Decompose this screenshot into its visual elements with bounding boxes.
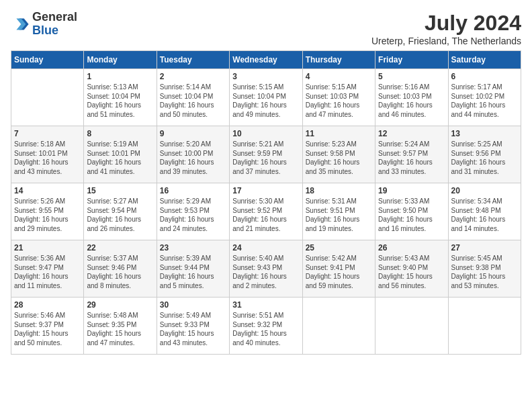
calendar-cell: 28Sunrise: 5:46 AM Sunset: 9:37 PM Dayli… (11, 298, 84, 355)
calendar-cell: 5Sunrise: 5:16 AM Sunset: 10:03 PM Dayli… (375, 69, 448, 126)
calendar-cell: 16Sunrise: 5:29 AM Sunset: 9:53 PM Dayli… (157, 183, 229, 240)
calendar-cell: 19Sunrise: 5:33 AM Sunset: 9:50 PM Dayli… (375, 183, 448, 240)
day-number: 12 (378, 129, 445, 138)
cell-content: Sunrise: 5:23 AM Sunset: 9:58 PM Dayligh… (306, 140, 372, 176)
calendar-header: SundayMondayTuesdayWednesdayThursdayFrid… (11, 51, 521, 69)
calendar-cell (448, 298, 521, 355)
calendar-table: SundayMondayTuesdayWednesdayThursdayFrid… (11, 50, 521, 355)
calendar-cell: 15Sunrise: 5:27 AM Sunset: 9:54 PM Dayli… (84, 183, 157, 240)
calendar-cell: 10Sunrise: 5:21 AM Sunset: 9:59 PM Dayli… (230, 126, 302, 183)
day-number: 4 (306, 72, 372, 81)
header-cell-friday: Friday (375, 51, 448, 69)
calendar-cell: 7Sunrise: 5:18 AM Sunset: 10:01 PM Dayli… (11, 126, 84, 183)
day-number: 29 (87, 300, 153, 310)
calendar-week-2: 7Sunrise: 5:18 AM Sunset: 10:01 PM Dayli… (11, 126, 521, 183)
header-row: SundayMondayTuesdayWednesdayThursdayFrid… (11, 51, 521, 69)
cell-content: Sunrise: 5:13 AM Sunset: 10:04 PM Daylig… (87, 83, 153, 119)
cell-content: Sunrise: 5:26 AM Sunset: 9:55 PM Dayligh… (14, 197, 81, 233)
calendar-cell: 27Sunrise: 5:45 AM Sunset: 9:38 PM Dayli… (448, 240, 521, 298)
day-number: 21 (14, 243, 81, 253)
calendar-cell: 26Sunrise: 5:43 AM Sunset: 9:40 PM Dayli… (375, 240, 448, 298)
day-number: 9 (160, 129, 226, 138)
header-cell-wednesday: Wednesday (230, 51, 302, 69)
cell-content: Sunrise: 5:39 AM Sunset: 9:44 PM Dayligh… (160, 254, 226, 290)
header-cell-sunday: Sunday (11, 51, 84, 69)
cell-content: Sunrise: 5:16 AM Sunset: 10:03 PM Daylig… (378, 83, 445, 119)
cell-content: Sunrise: 5:15 AM Sunset: 10:04 PM Daylig… (232, 83, 299, 119)
cell-content: Sunrise: 5:33 AM Sunset: 9:50 PM Dayligh… (378, 197, 445, 233)
calendar-cell: 31Sunrise: 5:51 AM Sunset: 9:32 PM Dayli… (230, 298, 302, 355)
day-number: 5 (378, 72, 445, 81)
day-number: 30 (160, 300, 226, 310)
day-number: 16 (160, 186, 226, 195)
day-number: 3 (232, 72, 299, 81)
day-number: 7 (14, 129, 81, 138)
logo-icon (11, 15, 30, 34)
logo: General Blue (11, 11, 77, 38)
calendar-cell: 18Sunrise: 5:31 AM Sunset: 9:51 PM Dayli… (302, 183, 375, 240)
day-number: 1 (87, 72, 153, 81)
cell-content: Sunrise: 5:18 AM Sunset: 10:01 PM Daylig… (14, 140, 81, 176)
calendar-cell: 3Sunrise: 5:15 AM Sunset: 10:04 PM Dayli… (230, 69, 302, 126)
calendar-cell: 22Sunrise: 5:37 AM Sunset: 9:46 PM Dayli… (84, 240, 157, 298)
header-cell-tuesday: Tuesday (157, 51, 229, 69)
cell-content: Sunrise: 5:46 AM Sunset: 9:37 PM Dayligh… (14, 311, 81, 347)
calendar-cell: 23Sunrise: 5:39 AM Sunset: 9:44 PM Dayli… (157, 240, 229, 298)
subtitle: Ureterp, Friesland, The Netherlands (371, 36, 521, 46)
day-number: 2 (160, 72, 226, 81)
calendar-cell: 13Sunrise: 5:25 AM Sunset: 9:56 PM Dayli… (448, 126, 521, 183)
cell-content: Sunrise: 5:17 AM Sunset: 10:02 PM Daylig… (451, 83, 518, 119)
cell-content: Sunrise: 5:49 AM Sunset: 9:33 PM Dayligh… (160, 311, 226, 347)
calendar-cell: 1Sunrise: 5:13 AM Sunset: 10:04 PM Dayli… (84, 69, 157, 126)
cell-content: Sunrise: 5:42 AM Sunset: 9:41 PM Dayligh… (306, 254, 372, 290)
day-number: 10 (232, 129, 299, 138)
day-number: 15 (87, 186, 153, 195)
day-number: 24 (232, 243, 299, 253)
cell-content: Sunrise: 5:43 AM Sunset: 9:40 PM Dayligh… (378, 254, 445, 290)
logo-blue-label: Blue (32, 24, 77, 38)
calendar-cell: 4Sunrise: 5:15 AM Sunset: 10:03 PM Dayli… (302, 69, 375, 126)
header-cell-saturday: Saturday (448, 51, 521, 69)
calendar-week-4: 21Sunrise: 5:36 AM Sunset: 9:47 PM Dayli… (11, 240, 521, 298)
day-number: 25 (306, 243, 372, 253)
day-number: 19 (378, 186, 445, 195)
calendar-cell: 20Sunrise: 5:34 AM Sunset: 9:48 PM Dayli… (448, 183, 521, 240)
cell-content: Sunrise: 5:19 AM Sunset: 10:01 PM Daylig… (87, 140, 153, 176)
day-number: 28 (14, 300, 81, 310)
cell-content: Sunrise: 5:27 AM Sunset: 9:54 PM Dayligh… (87, 197, 153, 233)
logo-text: General Blue (32, 11, 77, 38)
calendar-cell: 30Sunrise: 5:49 AM Sunset: 9:33 PM Dayli… (157, 298, 229, 355)
page-header: General Blue July 2024 Ureterp, Frieslan… (11, 11, 521, 46)
cell-content: Sunrise: 5:48 AM Sunset: 9:35 PM Dayligh… (87, 311, 153, 347)
cell-content: Sunrise: 5:37 AM Sunset: 9:46 PM Dayligh… (87, 254, 153, 290)
calendar-cell: 6Sunrise: 5:17 AM Sunset: 10:02 PM Dayli… (448, 69, 521, 126)
day-number: 11 (306, 129, 372, 138)
calendar-cell: 12Sunrise: 5:24 AM Sunset: 9:57 PM Dayli… (375, 126, 448, 183)
cell-content: Sunrise: 5:20 AM Sunset: 10:00 PM Daylig… (160, 140, 226, 176)
calendar-cell: 21Sunrise: 5:36 AM Sunset: 9:47 PM Dayli… (11, 240, 84, 298)
cell-content: Sunrise: 5:15 AM Sunset: 10:03 PM Daylig… (306, 83, 372, 119)
cell-content: Sunrise: 5:31 AM Sunset: 9:51 PM Dayligh… (306, 197, 372, 233)
calendar-cell: 24Sunrise: 5:40 AM Sunset: 9:43 PM Dayli… (230, 240, 302, 298)
calendar-cell: 8Sunrise: 5:19 AM Sunset: 10:01 PM Dayli… (84, 126, 157, 183)
day-number: 23 (160, 243, 226, 253)
cell-content: Sunrise: 5:36 AM Sunset: 9:47 PM Dayligh… (14, 254, 81, 290)
day-number: 26 (378, 243, 445, 253)
day-number: 13 (451, 129, 518, 138)
calendar-cell: 29Sunrise: 5:48 AM Sunset: 9:35 PM Dayli… (84, 298, 157, 355)
cell-content: Sunrise: 5:25 AM Sunset: 9:56 PM Dayligh… (451, 140, 518, 176)
calendar-cell (11, 69, 84, 126)
day-number: 31 (232, 300, 299, 310)
cell-content: Sunrise: 5:29 AM Sunset: 9:53 PM Dayligh… (160, 197, 226, 233)
day-number: 27 (451, 243, 518, 253)
header-cell-monday: Monday (84, 51, 157, 69)
cell-content: Sunrise: 5:24 AM Sunset: 9:57 PM Dayligh… (378, 140, 445, 176)
day-number: 20 (451, 186, 518, 195)
calendar-cell (375, 298, 448, 355)
calendar-cell (302, 298, 375, 355)
calendar-week-1: 1Sunrise: 5:13 AM Sunset: 10:04 PM Dayli… (11, 69, 521, 126)
title-block: July 2024 Ureterp, Friesland, The Nether… (371, 11, 521, 46)
main-title: July 2024 (371, 11, 521, 36)
calendar-cell: 17Sunrise: 5:30 AM Sunset: 9:52 PM Dayli… (230, 183, 302, 240)
day-number: 14 (14, 186, 81, 195)
